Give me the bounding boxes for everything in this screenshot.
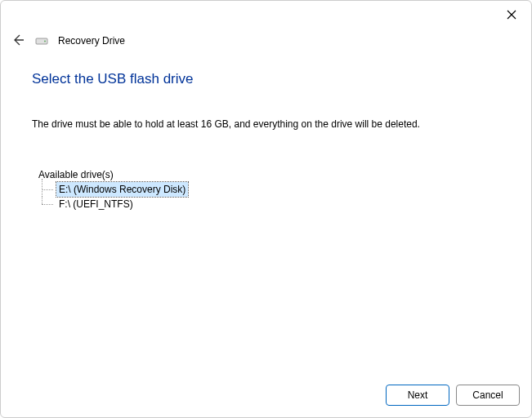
drive-icon bbox=[35, 36, 48, 46]
back-button[interactable] bbox=[11, 33, 25, 48]
wizard-header: Recovery Drive bbox=[11, 33, 125, 48]
drive-item-label: F:\ (UEFI_NTFS) bbox=[56, 197, 136, 211]
drive-item-f[interactable]: F:\ (UEFI_NTFS) bbox=[38, 197, 500, 211]
cancel-button[interactable]: Cancel bbox=[456, 385, 520, 406]
close-icon bbox=[507, 10, 516, 22]
available-drives-label: Available drive(s) bbox=[38, 169, 500, 180]
drive-tree: E:\ (Windows Recovery Disk) F:\ (UEFI_NT… bbox=[38, 182, 500, 211]
svg-point-1 bbox=[44, 41, 46, 42]
close-button[interactable] bbox=[502, 6, 521, 25]
wizard-footer: Next Cancel bbox=[386, 385, 520, 406]
wizard-content: Select the USB flash drive The drive mus… bbox=[32, 71, 500, 211]
page-heading: Select the USB flash drive bbox=[32, 71, 500, 87]
back-arrow-icon bbox=[11, 33, 25, 49]
page-description: The drive must be able to hold at least … bbox=[32, 118, 500, 130]
drive-item-e[interactable]: E:\ (Windows Recovery Disk) bbox=[38, 182, 500, 197]
drive-item-label: E:\ (Windows Recovery Disk) bbox=[56, 182, 188, 197]
wizard-title: Recovery Drive bbox=[58, 35, 125, 47]
next-button[interactable]: Next bbox=[386, 385, 449, 406]
